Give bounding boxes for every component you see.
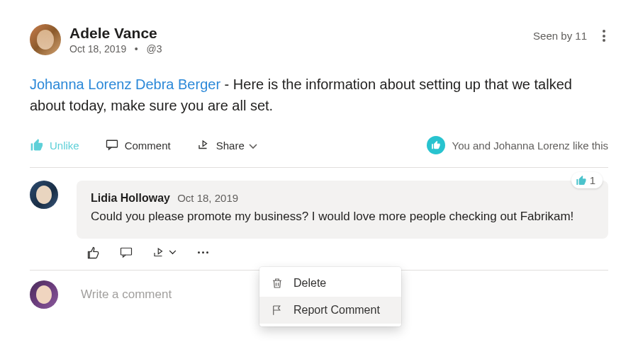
- comment-text: Could you please promote my business? I …: [91, 207, 594, 226]
- comment-like-count[interactable]: 1: [571, 172, 603, 188]
- post-body: Johanna Lorenz Debra Berger - Here is th…: [30, 74, 608, 116]
- header-text: Adele Vance Oct 18, 2019 • @3: [69, 24, 533, 55]
- comment-more-menu: Delete Report Comment: [259, 267, 401, 326]
- menu-report[interactable]: Report Comment: [259, 297, 401, 324]
- comment-icon: [105, 139, 119, 152]
- flag-icon: [271, 304, 284, 317]
- header-right: Seen by 11: [533, 28, 608, 43]
- unlike-button[interactable]: Unlike: [30, 138, 79, 152]
- meta-separator: •: [135, 43, 138, 55]
- comment-like-number: 1: [590, 174, 595, 186]
- post-actions-row: Unlike Comment Share You and Johanna Lor…: [30, 136, 608, 168]
- share-button[interactable]: Share: [196, 139, 263, 152]
- likes-summary-text: You and Johanna Lorenz like this: [452, 140, 608, 152]
- comment-icon: [119, 246, 133, 259]
- current-user-avatar[interactable]: [30, 280, 58, 309]
- author-name[interactable]: Adele Vance: [69, 24, 533, 42]
- chevron-down-icon: [169, 250, 177, 255]
- comment-button[interactable]: Comment: [105, 139, 171, 152]
- comment-actions: Delete Report Comment: [86, 246, 608, 260]
- post-date: Oct 18, 2019: [69, 43, 126, 55]
- post-meta: Oct 18, 2019 • @3: [69, 43, 533, 55]
- seen-by-count[interactable]: Seen by 11: [533, 30, 587, 42]
- comment-author-avatar[interactable]: [30, 181, 58, 209]
- share-icon: [152, 246, 166, 259]
- comment-bubble: 1 Lidia Holloway Oct 18, 2019 Could you …: [77, 181, 608, 239]
- comment-main: 1 Lidia Holloway Oct 18, 2019 Could you …: [77, 181, 608, 260]
- post-more-menu-icon[interactable]: [600, 28, 608, 43]
- author-avatar[interactable]: [30, 24, 61, 55]
- like-icon: [30, 138, 44, 152]
- mention-link[interactable]: Johanna Lorenz Debra Berger: [30, 76, 220, 92]
- comment-date: Oct 18, 2019: [177, 192, 238, 204]
- thumbs-up-outline-icon: [86, 246, 101, 260]
- share-label: Share: [216, 140, 245, 152]
- unlike-label: Unlike: [50, 140, 79, 152]
- likes-summary[interactable]: You and Johanna Lorenz like this: [427, 136, 608, 154]
- comment-more-button[interactable]: [195, 250, 211, 255]
- svg-rect-0: [106, 140, 117, 147]
- post-ref[interactable]: @3: [146, 43, 162, 55]
- trash-icon: [271, 277, 284, 290]
- share-icon: [196, 139, 211, 152]
- svg-rect-1: [121, 248, 132, 255]
- yammer-post: Adele Vance Oct 18, 2019 • @3 Seen by 11…: [0, 0, 638, 309]
- menu-delete-label: Delete: [293, 277, 326, 290]
- comment-share-button[interactable]: [152, 246, 177, 259]
- comment-like-button[interactable]: [86, 246, 101, 260]
- like-badge-icon: [427, 136, 445, 154]
- chevron-down-icon: [249, 140, 263, 152]
- menu-delete[interactable]: Delete: [259, 270, 401, 297]
- comment-author-name[interactable]: Lidia Holloway: [91, 192, 170, 204]
- thumbs-up-icon: [576, 175, 587, 186]
- menu-report-label: Report Comment: [293, 304, 380, 317]
- comment-label: Comment: [125, 140, 171, 152]
- post-header: Adele Vance Oct 18, 2019 • @3 Seen by 11: [30, 24, 608, 55]
- comment-reply-button[interactable]: [119, 246, 133, 259]
- comment: 1 Lidia Holloway Oct 18, 2019 Could you …: [30, 181, 608, 271]
